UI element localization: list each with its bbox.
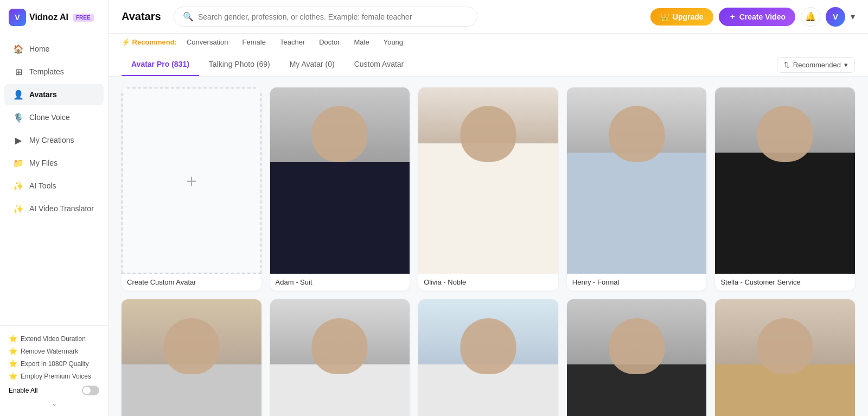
topbar-right: 👑 Upgrade ＋ Create Video 🔔 V ▾: [650, 7, 855, 27]
avatar-visual-stella: [715, 87, 855, 274]
sidebar-item-ai-translator-label: AI Video Translator: [29, 204, 94, 213]
enable-all-toggle[interactable]: [82, 386, 99, 395]
sidebar-item-home[interactable]: 🏠 Home: [4, 38, 104, 60]
create-video-button[interactable]: ＋ Create Video: [719, 8, 795, 26]
recommend-tag-young[interactable]: Young: [379, 37, 407, 47]
avatar-label-olivia: Olivia - Noble: [418, 274, 558, 291]
sidebar-item-templates-label: Templates: [29, 67, 64, 76]
avatar-img-chloe: [122, 299, 261, 416]
avatar-visual-brittany: [715, 299, 855, 416]
avatar-card-henry[interactable]: Conversation Henry - Formal: [567, 87, 707, 291]
home-icon: 🏠: [13, 43, 24, 54]
export-quality[interactable]: ⭐ Export in 1080P Quality: [5, 357, 103, 370]
avatar-img-ali: [270, 299, 410, 416]
sidebar-item-ai-video-translator[interactable]: ✨ AI Video Translator: [4, 198, 104, 219]
head-stella: [757, 106, 813, 162]
avatar-label-adam: Adam - Suit: [270, 274, 410, 291]
chevron-user-icon[interactable]: ▾: [851, 11, 855, 22]
avatar-card-brittany[interactable]: Brittany - Staff: [715, 299, 855, 416]
app-name: Vidnoz AI: [29, 12, 68, 22]
sidebar-item-my-creations-label: My Creations: [29, 136, 74, 144]
employ-premium-voices[interactable]: ⭐ Employ Premium Voices: [5, 370, 103, 382]
tab-talking-photo[interactable]: Talking Photo (69): [199, 53, 280, 76]
avatar-img-henry: Conversation: [567, 87, 707, 274]
upgrade-icon: 👑: [660, 12, 669, 21]
sort-button[interactable]: ⇅ Recommended ▾: [777, 57, 855, 73]
extend-label: Extend Video Duration: [21, 335, 86, 343]
recommend-tag-teacher[interactable]: Teacher: [276, 37, 309, 47]
create-custom-avatar-card[interactable]: ＋ Create Custom Avatar: [122, 87, 261, 291]
search-icon: 🔍: [183, 11, 194, 22]
recommend-row: ⚡ Recommend: Conversation Female Teacher…: [108, 34, 868, 53]
notification-button[interactable]: 🔔: [801, 7, 820, 27]
create-avatar-img: ＋: [122, 87, 261, 274]
collapse-promo-button[interactable]: ⌄: [5, 398, 103, 409]
tab-my-avatar[interactable]: My Avatar (0): [280, 53, 344, 76]
avatar-card-olivia[interactable]: Olivia - Noble: [418, 87, 558, 291]
main-content: Avatars 🔍 👑 Upgrade ＋ Create Video 🔔 V ▾…: [108, 0, 868, 416]
sidebar-item-ai-tools[interactable]: ✨ AI Tools: [4, 175, 104, 197]
sidebar-item-avatars[interactable]: 👤 Avatars: [4, 84, 104, 105]
sidebar: V Vidnoz AI FREE 🏠 Home ⊞ Templates 👤 Av…: [0, 0, 108, 416]
logo-area: V Vidnoz AI FREE: [0, 0, 108, 33]
page-title: Avatars: [122, 10, 165, 23]
avatars-icon: 👤: [13, 89, 24, 100]
upgrade-button[interactable]: 👑 Upgrade: [650, 8, 713, 26]
avatar-img-adam: [270, 87, 410, 274]
templates-icon: ⊞: [13, 66, 24, 77]
sort-icon: ⇅: [784, 61, 790, 69]
avatar-img-adara: [418, 299, 558, 416]
tab-avatar-pro[interactable]: Avatar Pro (831): [122, 53, 199, 76]
sidebar-item-my-files[interactable]: 📁 My Files: [4, 152, 104, 174]
avatar-img-charles: [567, 299, 707, 416]
star-icon-voices: ⭐: [9, 372, 17, 380]
extend-video-duration[interactable]: ⭐ Extend Video Duration: [5, 332, 103, 345]
avatar-card-charles[interactable]: Charles - Teacher: [567, 299, 707, 416]
sidebar-item-clone-voice[interactable]: 🎙️ Clone Voice: [4, 106, 104, 128]
create-plus-icon: ＋: [183, 169, 200, 193]
my-files-icon: 📁: [13, 157, 24, 168]
head-brittany: [757, 318, 813, 374]
sidebar-bottom: ⭐ Extend Video Duration ⭐ Remove Waterma…: [0, 325, 108, 416]
recommend-tag-female[interactable]: Female: [238, 37, 270, 47]
avatar-visual-adara: [418, 299, 558, 416]
avatar-card-stella[interactable]: Conversation Stella - Customer Service: [715, 87, 855, 291]
head-adam: [312, 106, 368, 162]
free-badge: FREE: [73, 14, 94, 22]
voices-label: Employ Premium Voices: [21, 373, 91, 380]
recommend-label: ⚡ Recommend:: [122, 38, 177, 46]
head-henry: [609, 106, 665, 162]
recommend-tag-male[interactable]: Male: [349, 37, 373, 47]
star-icon-extend: ⭐: [9, 335, 17, 343]
head-adara: [460, 318, 516, 374]
ai-translator-icon: ✨: [13, 203, 24, 214]
avatar-card-adara[interactable]: Adara - Blue Hijab: [418, 299, 558, 416]
avatar-card-chloe[interactable]: Chloe - HR Manager: [122, 299, 261, 416]
search-input[interactable]: [198, 12, 468, 21]
sidebar-item-my-creations[interactable]: ▶ My Creations: [4, 129, 104, 151]
avatar-visual-adam: [270, 87, 410, 274]
tab-custom-avatar[interactable]: Custom Avatar: [344, 53, 414, 76]
sidebar-item-home-label: Home: [29, 45, 49, 53]
tabs-row: Avatar Pro (831) Talking Photo (69) My A…: [108, 53, 868, 77]
recommend-tag-doctor[interactable]: Doctor: [315, 37, 344, 47]
search-bar: 🔍: [174, 7, 477, 27]
avatar-label-henry: Henry - Formal: [567, 274, 707, 291]
topbar: Avatars 🔍 👑 Upgrade ＋ Create Video 🔔 V ▾: [108, 0, 868, 34]
star-icon-watermark: ⭐: [9, 347, 17, 355]
avatar-card-adam[interactable]: Adam - Suit: [270, 87, 410, 291]
avatar-label-stella: Stella - Customer Service: [715, 274, 855, 291]
sidebar-item-clone-voice-label: Clone Voice: [29, 113, 70, 122]
head-ali: [312, 318, 368, 374]
sort-chevron-icon: ▾: [844, 61, 848, 69]
recommend-tag-conversation[interactable]: Conversation: [182, 37, 233, 47]
head-chloe: [163, 318, 219, 374]
tabs: Avatar Pro (831) Talking Photo (69) My A…: [122, 53, 413, 76]
enable-all-label: Enable All: [9, 387, 37, 394]
remove-watermark[interactable]: ⭐ Remove Watermark: [5, 345, 103, 357]
avatar-card-ali[interactable]: Ali - Red Ghutra: [270, 299, 410, 416]
sidebar-item-my-files-label: My Files: [29, 159, 58, 167]
sidebar-item-templates[interactable]: ⊞ Templates: [4, 61, 104, 83]
user-avatar-button[interactable]: V: [826, 7, 845, 27]
create-avatar-label: Create Custom Avatar: [122, 274, 261, 291]
